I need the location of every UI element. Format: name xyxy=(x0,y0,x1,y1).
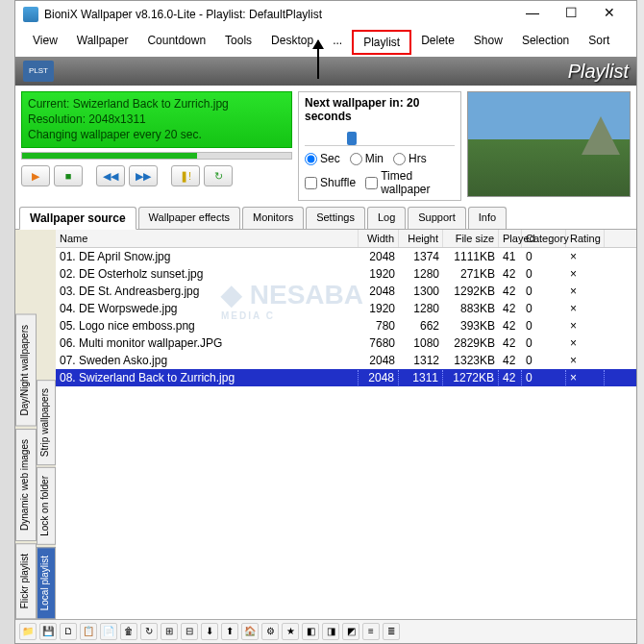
col-name[interactable]: Name xyxy=(56,230,359,247)
innertab-local-playlist[interactable]: Local playlist xyxy=(37,547,56,619)
innertab-strip-wallpapers[interactable]: Strip wallpapers xyxy=(37,380,56,465)
menu-selection[interactable]: Selection xyxy=(512,30,579,55)
window-title: BioniX Wallpaper v8.16.0-Lite - Playlist… xyxy=(44,8,513,21)
menubar: ViewWallpaperCountdownToolsDesktop...Pla… xyxy=(15,28,636,57)
table-row[interactable]: 01. DE April Snow.jpg204813741111KB410× xyxy=(56,248,636,265)
radio-sec[interactable]: Sec xyxy=(305,152,340,165)
warn-button[interactable]: ❚! xyxy=(171,165,200,186)
play-button[interactable]: ▶ xyxy=(21,165,50,186)
table-row[interactable]: 04. DE Worpswede.jpg19201280883KB420× xyxy=(56,300,636,317)
close-button[interactable]: ✕ xyxy=(590,3,629,26)
col-file-size[interactable]: File size xyxy=(443,230,499,247)
progress-bar xyxy=(21,152,292,160)
table-row[interactable]: 06. Multi monitor wallpaper.JPG768010802… xyxy=(56,334,636,352)
toolbar-icon-15[interactable]: ◨ xyxy=(322,623,339,640)
tab-support[interactable]: Support xyxy=(408,207,466,229)
toolbar-icon-2[interactable]: 🗋 xyxy=(60,623,77,640)
toolbar-icon-13[interactable]: ★ xyxy=(282,623,299,640)
tab-log[interactable]: Log xyxy=(367,207,406,229)
minimize-button[interactable]: — xyxy=(513,3,552,26)
col-height[interactable]: Height xyxy=(399,230,443,247)
banner-brand: Playlist xyxy=(568,61,629,83)
bottom-toolbar: 📁💾🗋📋📄🗑↻⊞⊟⬇⬆🏠⚙★◧◨◩≡≣ xyxy=(15,620,636,643)
toolbar-icon-3[interactable]: 📋 xyxy=(80,623,97,640)
main-tabs: Wallpaper sourceWallpaper effectsMonitor… xyxy=(15,207,636,230)
toolbar-icon-14[interactable]: ◧ xyxy=(302,623,319,640)
toolbar-icon-17[interactable]: ≡ xyxy=(362,623,380,640)
toolbar-icon-4[interactable]: 📄 xyxy=(100,623,117,640)
menu-...[interactable]: ... xyxy=(323,30,352,55)
menu-countdown[interactable]: Countdown xyxy=(137,30,215,55)
toolbar-icon-1[interactable]: 💾 xyxy=(39,623,57,640)
maximize-button[interactable]: ☐ xyxy=(552,3,590,26)
menu-view[interactable]: View xyxy=(23,30,67,55)
innertab-lock-on-folder[interactable]: Lock on folder xyxy=(37,467,56,545)
sidetab-flickr-playlist[interactable]: Flickr playlist xyxy=(15,543,37,619)
next-button[interactable]: ▶▶ xyxy=(129,165,158,186)
playlist-banner: PLST Playlist xyxy=(15,57,636,86)
plst-icon: PLST xyxy=(23,61,54,82)
prev-button[interactable]: ◀◀ xyxy=(96,165,125,186)
menu-tools[interactable]: Tools xyxy=(215,30,261,55)
check-timed-wallpaper[interactable]: Timed wallpaper xyxy=(365,169,455,196)
menu-show[interactable]: Show xyxy=(464,30,512,55)
table-row[interactable]: 05. Logo nice emboss.png780662393KB420× xyxy=(56,317,636,334)
toolbar-icon-5[interactable]: 🗑 xyxy=(120,623,137,640)
radio-hrs[interactable]: Hrs xyxy=(393,152,427,165)
tab-wallpaper-source[interactable]: Wallpaper source xyxy=(19,207,136,230)
tab-settings[interactable]: Settings xyxy=(306,207,365,229)
interval-slider[interactable] xyxy=(305,129,455,146)
table-row[interactable]: 08. Swizerland Back to Zurrich.jpg204813… xyxy=(56,369,636,386)
menu-wallpaper[interactable]: Wallpaper xyxy=(67,30,138,55)
toolbar-icon-16[interactable]: ◩ xyxy=(342,623,359,640)
wallpaper-preview xyxy=(467,91,631,197)
radio-min[interactable]: Min xyxy=(350,152,384,165)
toolbar-icon-6[interactable]: ↻ xyxy=(140,623,158,640)
stop-button[interactable]: ■ xyxy=(54,165,83,186)
tab-monitors[interactable]: Monitors xyxy=(242,207,304,229)
refresh-button[interactable]: ↻ xyxy=(204,165,233,186)
app-icon xyxy=(23,7,38,22)
menu-playlist[interactable]: Playlist xyxy=(352,30,411,55)
menu-sort[interactable]: Sort xyxy=(579,30,619,55)
next-wallpaper-panel: Next wallpaper in: 20 seconds Sec Min Hr… xyxy=(298,91,461,201)
toolbar-icon-10[interactable]: ⬆ xyxy=(221,623,238,640)
app-window: BioniX Wallpaper v8.16.0-Lite - Playlist… xyxy=(14,0,637,644)
toolbar-icon-18[interactable]: ≣ xyxy=(383,623,400,640)
playlist-table: NameWidthHeightFile sizePlayedCategoryRa… xyxy=(56,230,636,619)
status-resolution: Resolution: 2048x1311 xyxy=(28,111,285,127)
table-row[interactable]: 02. DE Osterholz sunset.jpg19201280271KB… xyxy=(56,265,636,283)
tab-wallpaper-effects[interactable]: Wallpaper effects xyxy=(138,207,240,229)
check-shuffle[interactable]: Shuffle xyxy=(305,176,356,189)
toolbar-icon-0[interactable]: 📁 xyxy=(19,623,37,640)
table-row[interactable]: 07. Sweden Asko.jpg204813121323KB420× xyxy=(56,352,636,369)
toolbar-icon-11[interactable]: 🏠 xyxy=(241,623,259,640)
toolbar-icon-9[interactable]: ⬇ xyxy=(201,623,218,640)
player-controls: ▶ ■ ◀◀ ▶▶ ❚! ↻ xyxy=(21,165,292,186)
titlebar: BioniX Wallpaper v8.16.0-Lite - Playlist… xyxy=(15,1,636,28)
annotation-arrow xyxy=(317,40,319,79)
sidetab-dynamic-web-images[interactable]: Dynamic web images xyxy=(15,429,37,541)
sidetab-day-night-wallpapers[interactable]: Day/Night wallpapers xyxy=(15,314,37,427)
col-category[interactable]: Category xyxy=(522,230,566,247)
toolbar-icon-7[interactable]: ⊞ xyxy=(161,623,178,640)
col-rating[interactable]: Rating xyxy=(566,230,605,247)
table-row[interactable]: 03. DE St. Andreasberg.jpg204813001292KB… xyxy=(56,283,636,300)
status-panel: Current: Swizerland Back to Zurrich.jpg … xyxy=(21,91,292,148)
status-interval: Changing wallpaper every 20 sec. xyxy=(28,127,285,142)
col-width[interactable]: Width xyxy=(359,230,399,247)
toolbar-icon-8[interactable]: ⊟ xyxy=(181,623,198,640)
col-played[interactable]: Played xyxy=(499,230,522,247)
tab-info[interactable]: Info xyxy=(468,207,507,229)
menu-delete[interactable]: Delete xyxy=(411,30,464,55)
toolbar-icon-12[interactable]: ⚙ xyxy=(261,623,279,640)
status-current: Current: Swizerland Back to Zurrich.jpg xyxy=(28,96,285,111)
